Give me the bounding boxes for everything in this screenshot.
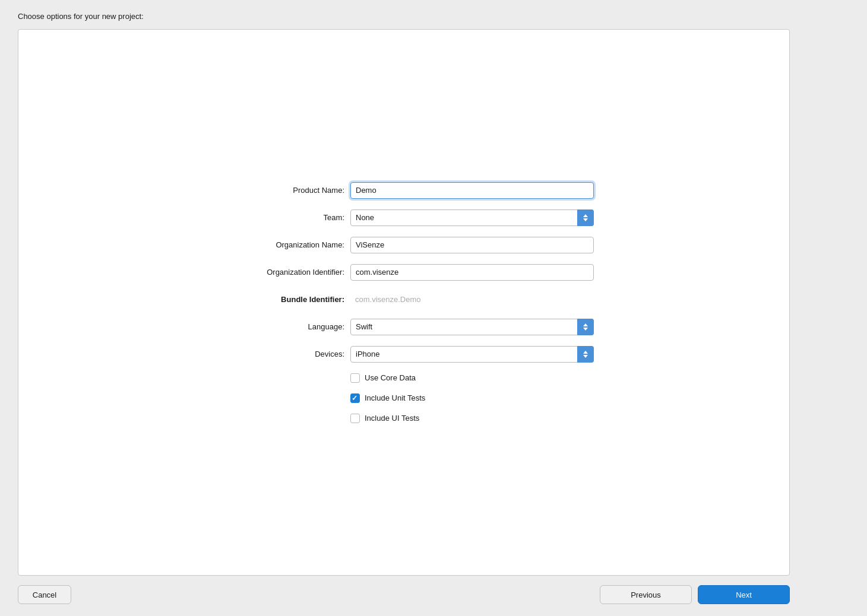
- footer-right: Previous Next: [600, 585, 790, 604]
- include-unit-tests-label: Include Unit Tests: [365, 393, 425, 402]
- org-name-row: Organization Name:: [214, 237, 594, 253]
- include-unit-tests-checkbox[interactable]: [350, 393, 360, 403]
- org-name-input[interactable]: [350, 237, 594, 253]
- devices-select-wrapper: iPhone iPad Universal: [350, 346, 594, 363]
- team-select[interactable]: None: [350, 209, 594, 226]
- include-ui-tests-label: Include UI Tests: [365, 414, 419, 423]
- org-id-row: Organization Identifier:: [214, 264, 594, 281]
- form-container: Product Name: Team: None Organization Na…: [214, 182, 594, 423]
- previous-button[interactable]: Previous: [600, 585, 692, 604]
- bundle-id-value: com.visenze.Demo: [350, 291, 594, 308]
- footer: Cancel Previous Next: [18, 585, 790, 604]
- devices-row: Devices: iPhone iPad Universal: [214, 346, 594, 363]
- page-title: Choose options for your new project:: [18, 12, 144, 21]
- product-name-row: Product Name:: [214, 182, 594, 199]
- language-row: Language: Swift Objective-C: [214, 319, 594, 335]
- product-name-label: Product Name:: [214, 186, 344, 195]
- bundle-id-row: Bundle Identifier: com.visenze.Demo: [214, 291, 594, 308]
- org-id-label: Organization Identifier:: [214, 268, 344, 277]
- language-select[interactable]: Swift Objective-C: [350, 319, 594, 335]
- cancel-button[interactable]: Cancel: [18, 585, 71, 604]
- org-name-label: Organization Name:: [214, 240, 344, 249]
- include-ui-tests-checkbox[interactable]: [350, 414, 360, 423]
- language-label: Language:: [214, 322, 344, 331]
- use-core-data-row: Use Core Data: [350, 373, 594, 383]
- bundle-id-label: Bundle Identifier:: [214, 295, 344, 304]
- product-name-input[interactable]: [350, 182, 594, 199]
- devices-select[interactable]: iPhone iPad Universal: [350, 346, 594, 363]
- devices-label: Devices:: [214, 350, 344, 358]
- language-select-wrapper: Swift Objective-C: [350, 319, 594, 335]
- main-panel: Product Name: Team: None Organization Na…: [18, 29, 790, 576]
- next-button[interactable]: Next: [698, 585, 790, 604]
- include-ui-tests-row: Include UI Tests: [350, 414, 594, 423]
- org-id-input[interactable]: [350, 264, 594, 281]
- use-core-data-checkbox[interactable]: [350, 373, 360, 383]
- include-unit-tests-row: Include Unit Tests: [350, 393, 594, 403]
- team-select-wrapper: None: [350, 209, 594, 226]
- team-label: Team:: [214, 213, 344, 222]
- team-row: Team: None: [214, 209, 594, 226]
- use-core-data-label: Use Core Data: [365, 373, 416, 382]
